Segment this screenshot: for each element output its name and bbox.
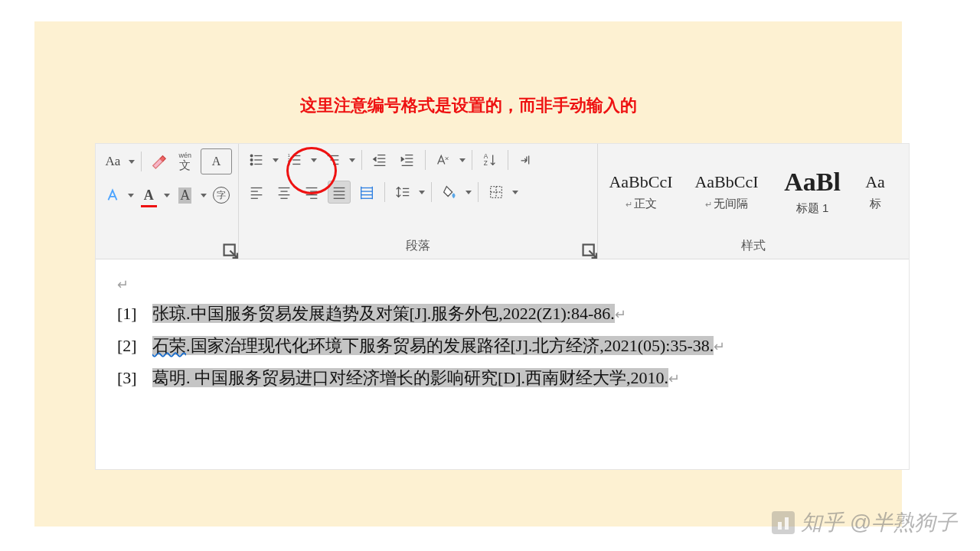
- font-color-dropdown[interactable]: [164, 194, 170, 197]
- font-group-label: [96, 237, 238, 259]
- reference-item[interactable]: [1] 张琼.中国服务贸易发展趋势及对策[J].服务外包,2022(Z1):84…: [117, 298, 887, 330]
- phonetic-guide-button[interactable]: wén文: [174, 150, 196, 173]
- align-center-button[interactable]: [273, 181, 296, 204]
- sort-button[interactable]: AZ: [479, 148, 501, 171]
- decrease-indent-button[interactable]: [368, 148, 391, 171]
- svg-text:A: A: [484, 153, 488, 160]
- shading-button[interactable]: [438, 181, 461, 204]
- text-effects-button[interactable]: [102, 184, 123, 207]
- show-marks-button[interactable]: [514, 148, 537, 171]
- svg-text:Z: Z: [484, 160, 488, 167]
- paragraph-group: 123 AZ: [239, 144, 598, 259]
- style-heading2[interactable]: Aa 标: [855, 148, 895, 235]
- reference-text: .国家治理现代化环境下服务贸易的发展路径[J].北方经济,2021(05):35…: [186, 336, 714, 355]
- change-case-button[interactable]: Aa: [102, 150, 124, 173]
- watermark: 知乎 @半熟狗子: [772, 508, 957, 537]
- text-effects-dropdown[interactable]: [128, 194, 134, 197]
- clear-formatting-button[interactable]: [148, 150, 170, 173]
- word-window: Aa wén文 A A A 字 1: [96, 144, 909, 469]
- reference-number: [3]: [117, 362, 152, 394]
- highlight-button[interactable]: A: [175, 184, 196, 207]
- asian-layout-dropdown[interactable]: [459, 158, 466, 162]
- multilevel-list-button[interactable]: [322, 148, 345, 171]
- increase-indent-button[interactable]: [396, 148, 419, 171]
- character-border-button[interactable]: A: [201, 148, 232, 174]
- borders-button[interactable]: [485, 181, 508, 204]
- align-distributed-button[interactable]: [355, 181, 378, 204]
- font-dialog-launcher[interactable]: [223, 243, 234, 254]
- reference-author-wavy: 石荣: [152, 336, 186, 355]
- numbering-button[interactable]: 123: [283, 148, 306, 171]
- paragraph-group-label: 段落: [239, 235, 597, 259]
- asian-layout-button[interactable]: [432, 148, 455, 171]
- align-justify-button[interactable]: [328, 181, 351, 204]
- font-group: Aa wén文 A A A 字: [96, 144, 239, 259]
- align-right-button[interactable]: [300, 181, 323, 204]
- style-no-spacing[interactable]: AaBbCcI ↵无间隔: [684, 148, 769, 235]
- styles-group: AaBbCcI ↵正文 AaBbCcI ↵无间隔 AaBl 标题 1 Aa 标 …: [598, 144, 909, 259]
- reference-text: 张琼.中国服务贸易发展趋势及对策[J].服务外包,2022(Z1):84-86.: [152, 304, 615, 323]
- styles-gallery[interactable]: AaBbCcI ↵正文 AaBbCcI ↵无间隔 AaBl 标题 1 Aa 标: [598, 148, 909, 235]
- zhihu-logo-icon: [772, 511, 795, 534]
- style-normal[interactable]: AaBbCcI ↵正文: [598, 148, 684, 235]
- paragraph-dialog-launcher[interactable]: [582, 243, 593, 254]
- annotation-caption: 这里注意编号格式是设置的，而非手动输入的: [34, 94, 902, 117]
- style-heading1[interactable]: AaBl 标题 1: [769, 148, 855, 235]
- ribbon: Aa wén文 A A A 字 1: [96, 144, 909, 259]
- line-spacing-dropdown[interactable]: [419, 191, 425, 194]
- reference-text: 葛明. 中国服务贸易进口对经济增长的影响研究[D].西南财经大学,2010.: [152, 368, 668, 387]
- numbering-dropdown[interactable]: [311, 158, 317, 162]
- svg-point-3: [250, 163, 253, 165]
- multilevel-list-dropdown[interactable]: [349, 158, 355, 162]
- bullets-dropdown[interactable]: [273, 158, 279, 162]
- change-case-dropdown[interactable]: [129, 160, 135, 164]
- reference-item[interactable]: [2] 石荣.国家治理现代化环境下服务贸易的发展路径[J].北方经济,2021(…: [117, 330, 887, 362]
- borders-dropdown[interactable]: [512, 191, 518, 194]
- svg-point-1: [250, 155, 253, 157]
- reference-number: [1]: [117, 298, 152, 330]
- svg-point-2: [250, 159, 253, 161]
- document-area[interactable]: ↵ [1] 张琼.中国服务贸易发展趋势及对策[J].服务外包,2022(Z1):…: [96, 259, 909, 400]
- line-spacing-button[interactable]: [391, 181, 414, 204]
- svg-text:3: 3: [288, 161, 290, 166]
- paragraph-mark: ↵: [117, 272, 887, 298]
- reference-number: [2]: [117, 330, 152, 362]
- styles-group-label: 样式: [598, 235, 909, 259]
- enclose-characters-button[interactable]: 字: [211, 184, 233, 207]
- shading-dropdown[interactable]: [466, 191, 472, 194]
- font-color-button[interactable]: A: [139, 184, 160, 207]
- bullets-button[interactable]: [245, 148, 268, 171]
- align-left-button[interactable]: [245, 181, 268, 204]
- highlight-dropdown[interactable]: [201, 194, 207, 197]
- reference-item[interactable]: [3] 葛明. 中国服务贸易进口对经济增长的影响研究[D].西南财经大学,201…: [117, 362, 887, 394]
